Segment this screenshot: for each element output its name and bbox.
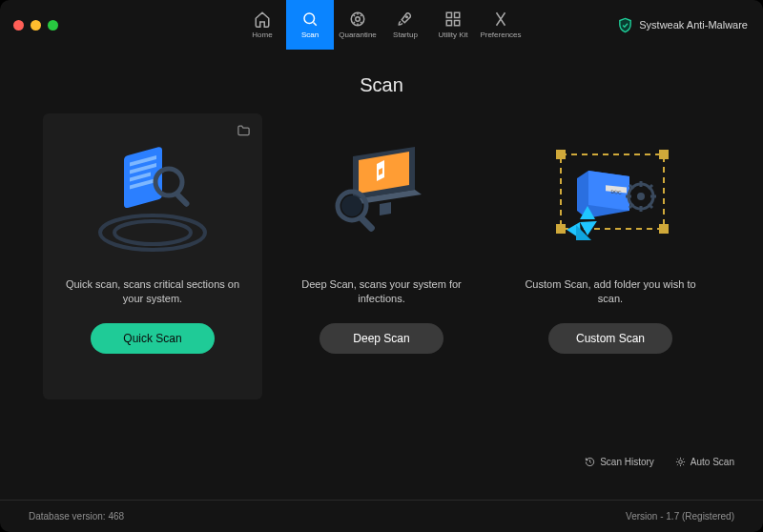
grid-icon <box>444 10 462 28</box>
svg-point-37 <box>679 460 683 464</box>
top-nav: Home Scan Quarantine Startup Utility Kit… <box>238 0 525 50</box>
card-desc: Quick scan, scans critical sections on y… <box>43 277 262 308</box>
card-deep-scan: Deep Scan, scans your system for infecti… <box>272 113 491 399</box>
scan-history-label: Scan History <box>600 457 654 467</box>
card-desc: Custom Scan, add folder you wish to scan… <box>501 277 720 308</box>
titlebar: Home Scan Quarantine Startup Utility Kit… <box>0 0 763 50</box>
auto-scan-icon <box>675 457 686 467</box>
svg-rect-7 <box>455 21 460 26</box>
svg-rect-4 <box>446 12 451 17</box>
zoom-window-button[interactable] <box>48 20 58 31</box>
svg-rect-5 <box>455 12 460 17</box>
svg-rect-21 <box>556 150 566 159</box>
minimize-window-button[interactable] <box>31 20 41 31</box>
deep-scan-illustration <box>305 133 458 266</box>
svg-point-2 <box>356 17 361 22</box>
rocket-icon <box>397 10 414 28</box>
quick-scan-illustration <box>76 133 229 266</box>
svg-point-9 <box>114 221 191 244</box>
nav-home[interactable]: Home <box>238 0 286 50</box>
svg-rect-24 <box>659 224 669 234</box>
custom-scan-button[interactable]: Custom Scan <box>548 323 672 354</box>
shield-check-icon <box>617 17 633 33</box>
database-version: Database version: 468 <box>29 511 124 522</box>
nav-label: Quarantine <box>339 31 377 39</box>
svg-rect-19 <box>358 215 376 233</box>
folder-open-icon[interactable] <box>237 123 251 140</box>
svg-text:DOC: DOC <box>610 189 621 195</box>
nav-label: Utility Kit <box>438 31 467 39</box>
home-icon <box>254 10 271 28</box>
svg-point-3 <box>406 16 408 18</box>
nav-label: Scan <box>301 31 319 39</box>
nav-utility-kit[interactable]: Utility Kit <box>429 0 477 50</box>
quick-scan-button[interactable]: Quick Scan <box>91 323 215 354</box>
app-window: Home Scan Quarantine Startup Utility Kit… <box>0 0 763 532</box>
brand: Systweak Anti-Malware <box>617 0 748 50</box>
window-controls <box>13 20 58 31</box>
scan-cards: Quick scan, scans critical sections on y… <box>0 113 763 399</box>
tools-icon <box>492 10 509 28</box>
search-icon <box>301 10 319 28</box>
secondary-actions: Scan History Auto Scan <box>585 457 734 467</box>
nav-label: Preferences <box>480 31 521 39</box>
app-version: Version - 1.7 (Registered) <box>626 511 734 522</box>
nav-quarantine[interactable]: Quarantine <box>334 0 382 50</box>
nav-preferences[interactable]: Preferences <box>477 0 525 50</box>
auto-scan-link[interactable]: Auto Scan <box>675 457 734 467</box>
svg-point-36 <box>637 193 645 200</box>
svg-rect-16 <box>175 192 191 208</box>
svg-rect-23 <box>556 224 566 234</box>
scan-history-link[interactable]: Scan History <box>585 457 654 467</box>
svg-point-0 <box>304 13 315 24</box>
footer: Database version: 468 Version - 1.7 (Reg… <box>0 500 763 532</box>
nav-scan[interactable]: Scan <box>286 0 334 50</box>
svg-rect-22 <box>659 150 669 159</box>
svg-rect-6 <box>446 21 451 26</box>
custom-scan-illustration: DOC <box>534 133 687 266</box>
brand-name: Systweak Anti-Malware <box>639 19 748 31</box>
page-title: Scan <box>0 74 763 96</box>
card-quick-scan: Quick scan, scans critical sections on y… <box>43 113 262 399</box>
close-window-button[interactable] <box>13 20 24 31</box>
auto-scan-label: Auto Scan <box>691 457 734 467</box>
card-custom-scan: DOC <box>501 113 720 399</box>
nav-label: Startup <box>393 31 418 39</box>
deep-scan-button[interactable]: Deep Scan <box>320 323 443 354</box>
quarantine-icon <box>349 10 366 28</box>
card-desc: Deep Scan, scans your system for infecti… <box>272 277 491 308</box>
nav-label: Home <box>252 31 272 39</box>
history-icon <box>585 457 595 467</box>
nav-startup[interactable]: Startup <box>382 0 429 50</box>
svg-point-18 <box>341 195 362 216</box>
